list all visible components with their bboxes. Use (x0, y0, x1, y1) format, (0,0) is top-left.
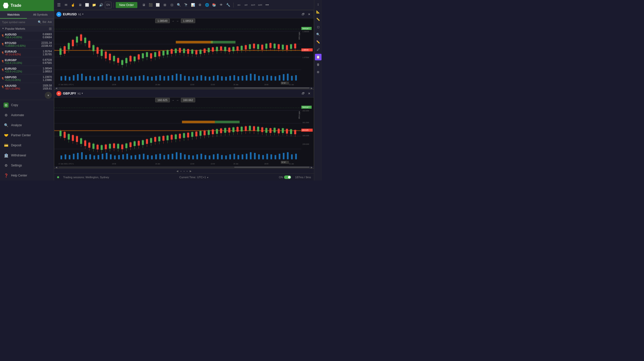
market-group[interactable]: ▼ Popular Markets ⊞ (0, 26, 54, 32)
arrow-right-4[interactable]: → (176, 99, 179, 102)
right-icon-9[interactable]: 🗑 (315, 61, 321, 68)
scrollbar-eurusd[interactable]: ◀ ▶ (54, 87, 314, 89)
chart-nav-right[interactable]: ▶ (190, 170, 192, 172)
chart-type-4-icon[interactable]: ⊞ (162, 2, 168, 8)
magnify-icon[interactable]: ⊡ (169, 2, 175, 8)
zoom-icon[interactable]: 🔍 (176, 2, 182, 8)
layers-icon[interactable]: 📚 (211, 2, 217, 8)
svg-rect-323 (290, 129, 292, 134)
nav-item-automate[interactable]: ⚙ Automate (0, 110, 54, 120)
right-icon-7[interactable]: 🖊 (315, 46, 321, 53)
chart-restore-btn-2[interactable]: 🗗 (301, 91, 306, 96)
track-gbpjpy[interactable] (58, 167, 310, 168)
chart-nav-left[interactable]: ◀ (176, 170, 178, 172)
lang-icon[interactable]: EN (105, 2, 111, 8)
svg-rect-166 (233, 75, 235, 80)
folder-icon[interactable]: 📁 (91, 2, 97, 8)
svg-rect-128 (77, 74, 79, 81)
more-options-icon[interactable]: ••• (264, 2, 270, 8)
search-icon[interactable]: 🔍 (38, 20, 42, 24)
settings-icon[interactable]: ⚙ (197, 2, 203, 8)
symbol-row[interactable]: EURUSD +23.9 (+0.22%) 1.08549 1.08553 (0, 66, 54, 74)
scroll-right-gbpjpy[interactable]: ▶ (311, 166, 313, 169)
chart-restore-btn[interactable]: 🗗 (301, 12, 306, 17)
track-eurusd[interactable] (58, 87, 310, 88)
scrollbar-gbpjpy[interactable]: ◀ ▶ (54, 166, 314, 168)
nav-item-deposit[interactable]: 💳 Deposit (0, 140, 54, 150)
scroll-right-eurusd[interactable]: ▶ (311, 87, 313, 89)
svg-text:12:00: 12:00 (190, 163, 194, 165)
chart-tf-eurusd[interactable]: h1 ▼ (78, 13, 84, 16)
symbol-row[interactable]: BTCUSD +138300 (+6.60%) 22331.34 22336.4… (0, 40, 54, 49)
chart-bar-icon[interactable]: 📊 (190, 2, 196, 8)
square-icon[interactable]: ⬜ (84, 2, 90, 8)
eye-icon[interactable]: 👁 (218, 2, 224, 8)
right-icon-5[interactable]: 🔍 (315, 31, 321, 38)
thumb-gbpjpy[interactable] (234, 167, 310, 168)
cursor-icon[interactable]: ☝ (70, 2, 76, 8)
svg-rect-208 (215, 121, 239, 123)
svg-rect-157 (196, 76, 198, 81)
svg-rect-207 (182, 121, 215, 123)
nav-item-withdrawal[interactable]: 🏦 Withdrawal (0, 150, 54, 160)
right-icon-8[interactable]: 📋 (315, 54, 321, 60)
tools-icon[interactable]: 🔧 (225, 2, 231, 8)
svg-rect-179 (287, 74, 289, 80)
sidebar-header: Trade (0, 0, 54, 11)
svg-rect-131 (89, 76, 91, 81)
tf-m15[interactable]: m15 (250, 2, 256, 8)
mail-icon[interactable]: ✉ (63, 2, 69, 8)
tf-m5[interactable]: m5 (243, 2, 249, 8)
bid-ask-overlay-gbpjpy: 160.625 → → 160.662 (54, 98, 296, 103)
svg-rect-6 (211, 41, 235, 43)
hamburger-icon[interactable]: ☰ (56, 2, 62, 8)
scroll-left-gbpjpy[interactable]: ◀ (55, 166, 57, 169)
chart-type-3-icon[interactable]: ⬜ (154, 2, 161, 8)
nav-item-settings[interactable]: ⚙ Settings (0, 160, 54, 170)
nav-item-copy[interactable]: ⧉ Copy (0, 100, 54, 110)
new-order-button[interactable]: New Order (116, 2, 137, 8)
right-icon-2[interactable]: 📐 (315, 9, 321, 15)
nav-item-help[interactable]: ❓ Help Center (0, 170, 54, 180)
tf-m30[interactable]: m30 (257, 2, 263, 8)
nav-item-partner[interactable]: 🤝 Partner Center (0, 130, 54, 140)
symbol-row[interactable]: GBPUSD +5.8 (+0.05%) 1.23970 1.23986 (0, 74, 54, 83)
chart-type-1-icon[interactable]: 🖥 (140, 2, 147, 8)
telescope-icon[interactable]: 🔭 (183, 2, 189, 8)
chart-close-btn[interactable]: ✕ (307, 12, 312, 17)
arrow-right-1[interactable]: → (172, 20, 174, 22)
svg-rect-356 (184, 154, 186, 159)
nav-item-analyze[interactable]: 🔍 Analyze (0, 120, 54, 130)
arrow-right-3[interactable]: → (172, 99, 174, 102)
chart-close-btn-2[interactable]: ✕ (307, 91, 312, 96)
right-icon-4[interactable]: ◻ (315, 24, 321, 30)
scroll-left-eurusd[interactable]: ◀ (55, 87, 57, 89)
toggle-switch[interactable] (284, 175, 291, 179)
timezone-display[interactable]: UTC+1 ▼ (197, 176, 209, 179)
sidebar-dropdown-btn[interactable]: ▼ (45, 92, 52, 99)
svg-rect-233 (105, 145, 107, 149)
thumb-eurusd[interactable] (234, 87, 310, 88)
monitor-icon[interactable]: 🖥 (77, 2, 83, 8)
volume-icon[interactable]: 🔊 (98, 2, 104, 8)
symbol-row[interactable]: AUDUSD +58.4 (+0.85%) 0.69683 0.69684 (0, 32, 54, 40)
tab-all-symbols[interactable]: All Symbols (27, 11, 54, 19)
globe-icon[interactable]: 🌐 (204, 2, 210, 8)
chart-tf-gbpjpy[interactable]: h1 ▼ (78, 92, 83, 95)
symbol-row[interactable]: EURAUD -97.3 (-0.62%) 1.55764 1.55785 (0, 49, 54, 57)
right-icon-6[interactable]: ✏️ (315, 39, 321, 45)
svg-rect-144 (143, 75, 145, 80)
symbol-row[interactable]: EURGBP +13.4 (+0.15%) 0.87539 0.87565 (0, 57, 54, 66)
symbol-row[interactable]: XAUUSD -557 (-0.29%) 1926.58 1926.61 (0, 83, 54, 91)
right-icon-10[interactable]: ⚙ (315, 69, 321, 75)
right-icon-1[interactable]: ↕ (315, 1, 321, 8)
right-icon-3[interactable]: 📏 (315, 16, 321, 23)
search-input[interactable] (2, 21, 37, 24)
svg-rect-105 (257, 44, 259, 49)
svg-rect-355 (180, 153, 182, 159)
tab-watchlists[interactable]: Watchlists (0, 11, 27, 19)
tf-m1[interactable]: m1 (236, 2, 242, 8)
chart-type-2-icon[interactable]: ⬛ (147, 2, 154, 8)
arrow-right-2[interactable]: → (176, 20, 179, 22)
svg-text:159.000: 159.000 (302, 143, 309, 145)
